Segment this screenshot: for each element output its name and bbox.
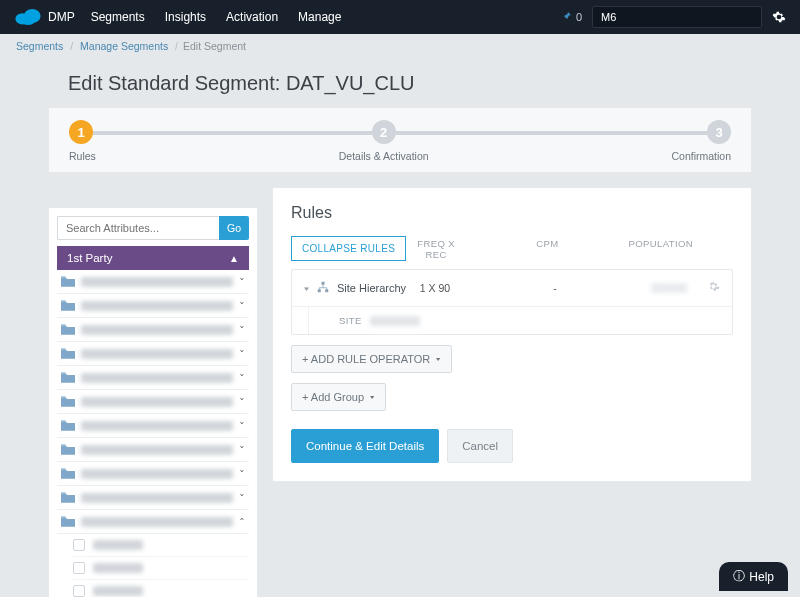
collapse-rules-button[interactable]: COLLAPSE RULES: [291, 236, 406, 261]
crumb-manage-segments[interactable]: Manage Segments: [80, 40, 168, 52]
salesforce-cloud-icon: [14, 6, 48, 29]
first-party-header[interactable]: 1st Party ▲: [57, 246, 249, 270]
attribute-folder[interactable]: ˅: [57, 294, 249, 318]
col-freq: FREQ X REC: [406, 238, 466, 260]
page-title: Edit Standard Segment: DAT_VU_CLU: [68, 72, 752, 95]
folder-label: [81, 421, 233, 431]
help-button[interactable]: ⓘ Help: [719, 562, 788, 591]
chevron-down-icon: ˅: [239, 349, 245, 358]
step-details[interactable]: 2 Details & Activation: [339, 120, 429, 162]
svg-rect-5: [325, 289, 328, 292]
attribute-folder[interactable]: ˅: [57, 486, 249, 510]
top-nav: DMP Segments Insights Activation Manage …: [0, 0, 800, 34]
rule-population-value: [651, 283, 687, 293]
chevron-down-icon: ˅: [239, 325, 245, 334]
caret-down-icon: ▾: [436, 356, 441, 363]
folder-label: [81, 301, 233, 311]
folder-label: [81, 445, 233, 455]
chevron-down-icon: ˅: [239, 397, 245, 406]
settings-gear-icon[interactable]: [772, 10, 786, 24]
rule-name: Site Hierarchy: [337, 282, 406, 294]
checkbox[interactable]: [73, 585, 85, 597]
rule-card: ▾ Site Hierarchy 1 X 90 - SITE: [291, 269, 733, 335]
checkbox[interactable]: [73, 562, 85, 574]
step-confirmation[interactable]: 3 Confirmation: [671, 120, 731, 162]
hierarchy-icon: [317, 281, 337, 296]
col-pop: POPULATION: [628, 238, 693, 260]
rules-panel: Rules COLLAPSE RULES FREQ X REC CPM POPU…: [272, 187, 752, 482]
col-cpm: CPM: [536, 238, 558, 260]
attribute-folder[interactable]: ˅: [57, 390, 249, 414]
brand-label: DMP: [48, 10, 75, 24]
folder-label: [81, 325, 233, 335]
svg-rect-4: [318, 289, 321, 292]
chevron-down-icon: ˅: [239, 373, 245, 382]
attribute-item[interactable]: [71, 557, 249, 580]
rule-site-value: [370, 316, 420, 326]
chevron-down-icon: ˅: [239, 493, 245, 502]
checkbox[interactable]: [73, 539, 85, 551]
chevron-down-icon: ˅: [239, 445, 245, 454]
chevron-down-icon[interactable]: ▾: [304, 284, 309, 292]
attribute-label: [93, 586, 143, 596]
pinned-count[interactable]: 0: [561, 11, 582, 23]
crumb-segments[interactable]: Segments: [16, 40, 63, 52]
svg-rect-3: [322, 281, 325, 284]
crumb-current: Edit Segment: [183, 40, 246, 52]
chevron-up-icon: ˄: [239, 517, 245, 526]
attributes-panel: Go 1st Party ▲ ˅˅˅˅˅˅˅˅˅˅˄: [48, 207, 258, 597]
attribute-folder[interactable]: ˅: [57, 318, 249, 342]
nav-insights[interactable]: Insights: [165, 10, 206, 24]
folder-label: [81, 349, 233, 359]
attribute-search-go-button[interactable]: Go: [219, 216, 249, 240]
attribute-label: [93, 563, 143, 573]
nav-manage[interactable]: Manage: [298, 10, 341, 24]
nav-segments[interactable]: Segments: [91, 10, 145, 24]
add-group-button[interactable]: + Add Group▾: [291, 383, 386, 411]
attribute-item[interactable]: [71, 580, 249, 597]
step-rules[interactable]: 1 Rules: [69, 120, 96, 162]
global-search-input[interactable]: [592, 6, 762, 28]
rule-settings-gear-icon[interactable]: [707, 280, 720, 296]
breadcrumb: Segments / Manage Segments / Edit Segmen…: [0, 34, 800, 58]
rules-title: Rules: [291, 204, 733, 222]
folder-label: [81, 469, 233, 479]
chevron-down-icon: ˅: [239, 277, 245, 286]
folder-label: [81, 517, 233, 527]
attribute-folder[interactable]: ˅: [57, 438, 249, 462]
rule-cpm-value: -: [531, 282, 579, 294]
folder-label: [81, 373, 233, 383]
cancel-button[interactable]: Cancel: [447, 429, 513, 463]
chevron-down-icon: ˅: [239, 301, 245, 310]
continue-button[interactable]: Continue & Edit Details: [291, 429, 439, 463]
caret-up-icon: ▲: [229, 253, 239, 264]
caret-down-icon: ▾: [370, 394, 375, 401]
attribute-folder[interactable]: ˄: [57, 510, 249, 534]
attribute-folder[interactable]: ˅: [57, 462, 249, 486]
chevron-down-icon: ˅: [239, 421, 245, 430]
attribute-folder[interactable]: ˅: [57, 270, 249, 294]
attribute-folder[interactable]: ˅: [57, 342, 249, 366]
nav-activation[interactable]: Activation: [226, 10, 278, 24]
folder-label: [81, 397, 233, 407]
folder-label: [81, 277, 233, 287]
stepper-card: 1 Rules 2 Details & Activation 3 Confirm…: [48, 107, 752, 173]
attribute-item[interactable]: [71, 534, 249, 557]
rule-freq-value: 1 X 90: [411, 282, 459, 294]
add-rule-operator-button[interactable]: + ADD RULE OPERATOR▾: [291, 345, 452, 373]
svg-point-2: [21, 15, 35, 25]
rule-sub-label: SITE: [339, 315, 362, 326]
attribute-folder[interactable]: ˅: [57, 366, 249, 390]
folder-label: [81, 493, 233, 503]
attribute-label: [93, 540, 143, 550]
help-icon: ⓘ: [733, 568, 745, 585]
chevron-down-icon: ˅: [239, 469, 245, 478]
attribute-folder[interactable]: ˅: [57, 414, 249, 438]
attribute-search-input[interactable]: [57, 216, 219, 240]
